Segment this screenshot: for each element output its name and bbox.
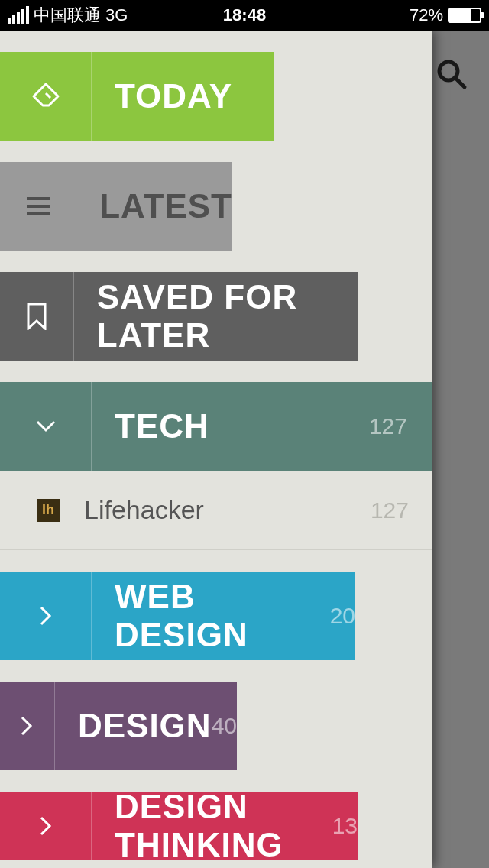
category-tech[interactable]: TECH 127	[0, 382, 432, 471]
bookmark-icon	[27, 303, 47, 330]
feed-count: 127	[371, 497, 409, 523]
chevron-right-icon	[38, 815, 53, 837]
feedly-icon	[31, 81, 61, 112]
sidebar-item-saved[interactable]: SAVED FOR LATER	[0, 272, 358, 361]
category-label: WEB DESIGN	[115, 578, 330, 654]
battery-icon	[448, 8, 481, 23]
category-label: TECH	[115, 407, 209, 445]
chevron-right-icon	[19, 714, 34, 737]
carrier-label: 中国联通	[34, 4, 101, 27]
feed-name: Lifehacker	[84, 495, 371, 525]
status-bar: 中国联通 3G 18:48 72%	[0, 0, 489, 31]
category-label: DESIGN THINKING	[115, 788, 332, 864]
feed-row[interactable]: lh Lifehacker 127	[0, 471, 432, 550]
sidebar-item-latest[interactable]: LATEST	[0, 162, 232, 251]
sidebar-item-label: TODAY	[115, 77, 232, 115]
network-label: 3G	[105, 5, 128, 25]
hamburger-icon	[25, 196, 51, 217]
status-left: 中国联通 3G	[8, 4, 128, 27]
category-web-design[interactable]: WEB DESIGN 20	[0, 572, 355, 660]
feed-favicon: lh	[37, 499, 60, 522]
category-count: 20	[330, 603, 355, 629]
status-right: 72%	[410, 5, 481, 25]
category-label: DESIGN	[78, 707, 212, 745]
category-count: 127	[369, 413, 407, 439]
clock: 18:48	[223, 5, 266, 25]
sidebar-item-label: SAVED FOR LATER	[97, 278, 358, 355]
chevron-right-icon	[38, 604, 53, 627]
sidebar-item-label: LATEST	[99, 187, 232, 225]
category-design-thinking[interactable]: DESIGN THINKING 13	[0, 792, 358, 860]
signal-icon	[8, 6, 29, 24]
chevron-down-icon	[34, 419, 57, 434]
sidebar: TODAY LATEST SAVED FOR LATER TECH 127 lh…	[0, 31, 432, 868]
category-count: 13	[332, 813, 358, 839]
battery-pct: 72%	[410, 5, 443, 25]
sidebar-item-today[interactable]: TODAY	[0, 52, 274, 141]
category-design[interactable]: DESIGN 40	[0, 682, 237, 770]
category-count: 40	[212, 713, 237, 739]
